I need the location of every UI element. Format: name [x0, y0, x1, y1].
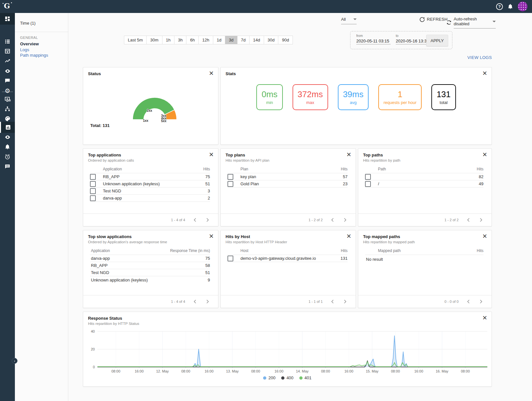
table-row: Test NGD 51: [90, 269, 210, 276]
time-range-7d[interactable]: 7d: [237, 36, 249, 44]
card-subtitle: Ordered by application calls: [88, 158, 134, 162]
next-page-icon[interactable]: [205, 218, 210, 222]
top-plans-card: Top plans Hits repartition by API plan ×…: [220, 148, 356, 226]
sidebar-item-overview[interactable]: Overview: [20, 41, 39, 46]
legend-item-200[interactable]: 200: [263, 375, 275, 380]
card-subtitle: Hits repartition by mapped path: [363, 240, 415, 244]
time-range-14d[interactable]: 14d: [249, 36, 264, 44]
time-range-30d[interactable]: 30d: [264, 36, 278, 44]
apply-button[interactable]: APPLY: [426, 35, 448, 46]
checkbox[interactable]: [227, 174, 233, 180]
checkbox[interactable]: [227, 181, 233, 187]
close-icon[interactable]: ×: [209, 232, 214, 240]
close-icon[interactable]: ×: [347, 151, 351, 158]
autorefresh-icon: [446, 20, 452, 25]
prev-page-icon[interactable]: [466, 299, 471, 304]
to-date-input[interactable]: [396, 38, 430, 44]
refresh-button[interactable]: REFRESH: [419, 17, 448, 22]
time-range-90d[interactable]: 90d: [278, 36, 293, 44]
portal-screen-icon[interactable]: [0, 94, 15, 104]
chat-icon[interactable]: [0, 161, 15, 172]
cell-response-time: 75: [205, 256, 210, 261]
sidebar-item-logs[interactable]: Logs: [20, 47, 29, 52]
prev-page-icon[interactable]: [193, 299, 197, 304]
dashboard-icon[interactable]: [0, 13, 15, 25]
checkbox[interactable]: [90, 174, 96, 180]
sidebar-item-path-mappings[interactable]: Path mappings: [20, 53, 48, 58]
cell-response-time: 51: [205, 270, 210, 275]
prev-page-icon[interactable]: [330, 218, 335, 222]
audit-eye-icon[interactable]: [0, 132, 15, 142]
checkbox[interactable]: [365, 174, 371, 180]
autorefresh-select[interactable]: Auto-refresh disabled: [446, 17, 496, 29]
main-content: All REFRESH Auto-refresh disabled Last 5…: [68, 13, 532, 401]
apis-grid-icon[interactable]: [0, 46, 15, 56]
metric-avg: 39ms avg: [338, 84, 369, 110]
sidenav-divider: [15, 32, 68, 32]
time-range-30m[interactable]: 30m: [146, 36, 162, 44]
checkbox[interactable]: [90, 188, 96, 194]
next-page-icon[interactable]: [343, 299, 347, 304]
time-range-last5m[interactable]: Last 5m: [124, 36, 146, 44]
time-range-1d[interactable]: 1d: [213, 36, 225, 44]
card-title: Top mapped paths: [363, 234, 400, 239]
table-header: Host Hits: [227, 246, 348, 255]
sitemap-icon[interactable]: [0, 104, 15, 114]
alerts-bell-icon[interactable]: [0, 142, 15, 152]
cell-application: Test NGD: [91, 270, 205, 275]
custom-date-range-box: from to APPLY: [350, 31, 452, 49]
close-icon[interactable]: ×: [209, 151, 214, 158]
prev-page-icon[interactable]: [193, 218, 197, 222]
close-icon[interactable]: ×: [347, 232, 351, 240]
help-icon[interactable]: ?: [496, 3, 503, 10]
chevron-down-icon: [353, 18, 357, 20]
checkbox[interactable]: [365, 181, 371, 187]
table-header: Application Response Time (in ms): [90, 246, 210, 255]
list-icon[interactable]: [0, 36, 15, 47]
prev-page-icon[interactable]: [466, 218, 471, 222]
pagination: 1 - 2 of 2: [221, 213, 356, 226]
svg-text:08:00: 08:00: [461, 369, 470, 373]
api-filter-select[interactable]: All: [341, 17, 357, 24]
close-icon[interactable]: ×: [482, 69, 487, 77]
time-range-3h[interactable]: 3h: [174, 36, 186, 44]
prev-page-icon[interactable]: [330, 299, 335, 304]
sidenav-collapse-toggle[interactable]: ›: [12, 358, 17, 364]
card-subtitle: Hits repartition by path: [363, 158, 400, 162]
time-range-12h[interactable]: 12h: [198, 36, 213, 44]
close-icon[interactable]: ×: [482, 232, 487, 240]
top-applications-card: Top applications Ordered by application …: [83, 148, 218, 226]
time-range-6h[interactable]: 6h: [186, 36, 198, 44]
next-page-icon[interactable]: [205, 299, 210, 304]
checkbox[interactable]: [90, 195, 96, 201]
eye-icon[interactable]: [0, 66, 15, 76]
card-title: Top plans: [226, 153, 245, 157]
close-icon[interactable]: ×: [209, 69, 214, 77]
close-icon[interactable]: ×: [482, 151, 487, 158]
gravitee-logo[interactable]: G: [4, 2, 10, 10]
from-field: from: [356, 34, 391, 44]
view-logs-link[interactable]: VIEW LOGS: [467, 55, 492, 60]
next-page-icon[interactable]: [479, 299, 483, 304]
trending-chart-icon[interactable]: [0, 56, 15, 66]
metric-total: 131 total: [431, 84, 456, 110]
checkbox[interactable]: [227, 256, 233, 261]
next-page-icon[interactable]: [343, 218, 347, 222]
time-range-3d-selected[interactable]: 3d: [225, 36, 237, 44]
metric-total-value: 131: [437, 89, 450, 99]
analytics-bar-chart-icon[interactable]: [0, 122, 15, 133]
card-subtitle: Hits repartition by API plan: [226, 158, 270, 162]
messages-icon[interactable]: [0, 75, 15, 86]
user-avatar[interactable]: [518, 2, 527, 11]
svg-text:16:00: 16:00: [274, 369, 283, 373]
to-field: to: [396, 34, 430, 44]
legend-item-400[interactable]: 400: [281, 375, 294, 380]
table-row: Gold Plan 23: [227, 180, 348, 188]
checkbox[interactable]: [90, 181, 96, 187]
notifications-bell-icon[interactable]: [507, 4, 513, 9]
time-range-1h[interactable]: 1h: [162, 36, 174, 44]
from-date-input[interactable]: [356, 38, 391, 44]
alarm-clock-icon[interactable]: [0, 152, 15, 162]
legend-item-401[interactable]: 401: [299, 375, 312, 380]
next-page-icon[interactable]: [479, 218, 483, 222]
